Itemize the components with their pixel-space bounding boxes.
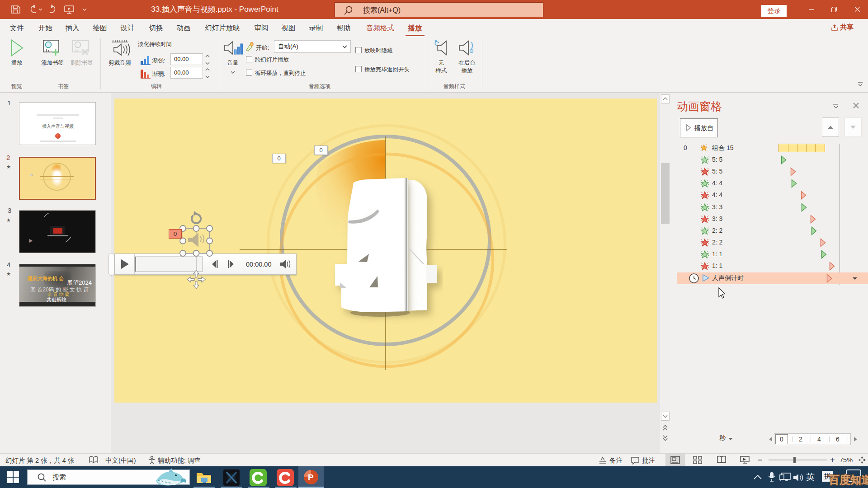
- svg-text:P: P: [308, 473, 314, 482]
- svg-text:00:00.00: 00:00.00: [246, 261, 271, 268]
- svg-text:搜索(Alt+Q): 搜索(Alt+Q): [363, 6, 401, 14]
- svg-text:播放自: 播放自: [694, 124, 713, 131]
